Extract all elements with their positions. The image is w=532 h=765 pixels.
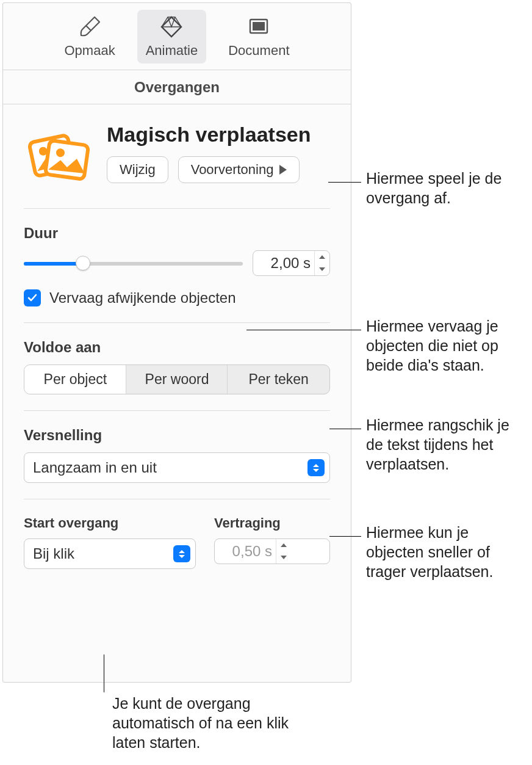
inspector-tabbar: Opmaak Animatie Document (3, 3, 351, 70)
accel-label: Versnelling (24, 427, 330, 444)
tab-format[interactable]: Opmaak (56, 10, 123, 63)
delay-step-down[interactable] (276, 551, 291, 564)
duration-step-down[interactable] (315, 263, 329, 275)
subheader-transitions: Overgangen (3, 70, 351, 104)
callout-fade: Hiermee vervaag je objecten die niet op … (366, 316, 525, 375)
duration-input[interactable] (253, 251, 314, 275)
tab-animate[interactable]: Animatie (137, 10, 207, 63)
duration-stepper[interactable] (253, 250, 330, 276)
tab-animate-label: Animatie (146, 43, 198, 59)
diamond-icon (159, 15, 184, 39)
updown-icon (173, 545, 190, 562)
tab-document-label: Document (228, 43, 289, 59)
fade-checkbox[interactable] (24, 289, 41, 306)
brush-icon (77, 15, 102, 39)
transition-thumbnail-icon (24, 123, 91, 192)
subheader-label: Overgangen (134, 79, 220, 96)
preview-button-label: Voorvertoning (191, 162, 274, 178)
preview-button[interactable]: Voorvertoning (178, 156, 300, 183)
tab-document[interactable]: Document (220, 10, 298, 63)
match-segmented: Per object Per woord Per teken (24, 364, 330, 394)
svg-rect-4 (45, 140, 88, 179)
match-option-word[interactable]: Per woord (126, 365, 228, 394)
play-icon (279, 165, 287, 175)
callout-accel: Hiermee kun je objecten sneller of trage… (366, 523, 525, 581)
callout-start: Je kunt de overgang automatisch of na ee… (112, 694, 295, 752)
match-option-char[interactable]: Per teken (228, 365, 329, 394)
inspector-panel: Opmaak Animatie Document Overgangen (2, 2, 351, 683)
start-select[interactable]: Bij klik (24, 538, 196, 569)
delay-step-up[interactable] (276, 539, 291, 551)
match-option-object[interactable]: Per object (24, 365, 126, 394)
fade-checkbox-label: Vervaag afwijkende objecten (49, 289, 236, 306)
accel-select-value: Langzaam in en uit (33, 459, 157, 476)
duration-label: Duur (24, 225, 330, 242)
document-icon (246, 15, 271, 39)
delay-input[interactable] (215, 539, 276, 564)
match-label: Voldoe aan (24, 339, 330, 356)
transition-title: Magisch verplaatsen (107, 123, 330, 147)
callout-preview: Hiermee speel je de overgang af. (366, 169, 525, 208)
delay-stepper[interactable] (214, 538, 330, 564)
tab-format-label: Opmaak (64, 43, 115, 59)
start-label: Start overgang (24, 515, 196, 531)
change-button[interactable]: Wijzig (107, 156, 168, 183)
delay-label: Vertraging (214, 515, 330, 531)
accel-select[interactable]: Langzaam in en uit (24, 452, 330, 483)
duration-slider[interactable] (24, 251, 243, 275)
svg-rect-1 (253, 22, 265, 31)
duration-step-up[interactable] (315, 251, 329, 263)
change-button-label: Wijzig (120, 162, 156, 178)
start-select-value: Bij klik (33, 545, 74, 562)
callout-match: Hiermee rangschik je de tekst tijdens he… (366, 415, 525, 474)
updown-icon (307, 459, 325, 476)
